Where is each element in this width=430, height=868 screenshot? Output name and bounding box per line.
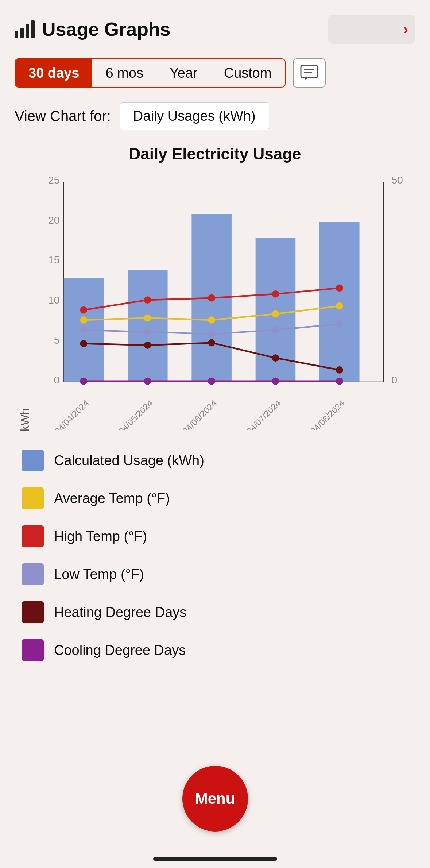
svg-rect-0 <box>301 65 318 78</box>
chart-area: 0 5 10 15 20 25 0 50 <box>32 174 415 431</box>
chart-section: Daily Electricity Usage kWh 0 5 10 15 20… <box>0 138 430 439</box>
svg-point-53 <box>336 378 343 385</box>
svg-point-36 <box>208 316 215 324</box>
svg-text:50: 50 <box>391 174 403 186</box>
svg-text:25: 25 <box>48 174 60 186</box>
svg-point-35 <box>144 315 151 322</box>
chart-type-selector[interactable]: Daily Usages (kWh) <box>120 102 269 130</box>
svg-point-40 <box>144 328 151 336</box>
legend: Calculated Usage (kWh) Average Temp (°F)… <box>0 439 430 688</box>
menu-container: Menu <box>0 751 430 839</box>
svg-point-32 <box>272 290 279 298</box>
home-indicator <box>153 857 277 861</box>
svg-point-30 <box>144 296 151 304</box>
period-selector: 30 days 6 mos Year Custom <box>15 58 286 88</box>
legend-label-calculated: Calculated Usage (kWh) <box>54 453 204 468</box>
legend-swatch-cooling-dd <box>22 639 44 661</box>
svg-point-43 <box>336 320 343 328</box>
svg-point-34 <box>80 316 88 324</box>
legend-label-high-temp: High Temp (°F) <box>54 529 147 544</box>
svg-text:0: 0 <box>54 374 60 386</box>
svg-text:5: 5 <box>54 334 60 346</box>
header: Usage Graphs › <box>0 0 430 51</box>
chevron-right-icon: › <box>403 21 408 38</box>
svg-point-45 <box>144 342 151 349</box>
view-chart-row: View Chart for: Daily Usages (kWh) <box>0 95 430 138</box>
legend-item-heating-dd: Heating Degree Days <box>22 601 408 623</box>
svg-text:04/07/2024: 04/07/2024 <box>244 398 282 430</box>
view-chart-label: View Chart for: <box>15 108 111 124</box>
svg-point-37 <box>272 310 279 318</box>
chart-title: Daily Electricity Usage <box>15 145 415 163</box>
svg-point-47 <box>272 354 279 362</box>
menu-button[interactable]: Menu <box>182 766 248 832</box>
legend-label-heating-dd: Heating Degree Days <box>54 605 186 620</box>
legend-item-high-temp: High Temp (°F) <box>22 525 408 547</box>
svg-point-52 <box>272 378 279 385</box>
chat-icon <box>299 63 319 83</box>
page-title: Usage Graphs <box>42 18 171 40</box>
legend-item-avg-temp: Average Temp (°F) <box>22 487 408 509</box>
svg-text:04/06/2024: 04/06/2024 <box>181 398 218 430</box>
svg-point-41 <box>208 330 215 337</box>
svg-point-50 <box>144 378 151 385</box>
svg-text:04/04/2024: 04/04/2024 <box>53 398 90 430</box>
legend-swatch-high-temp <box>22 525 44 547</box>
header-nav-button[interactable]: › <box>328 15 415 44</box>
legend-swatch-calculated <box>22 450 44 471</box>
chat-icon-button[interactable] <box>293 58 326 88</box>
svg-point-33 <box>336 284 343 292</box>
legend-swatch-heating-dd <box>22 601 44 623</box>
svg-text:10: 10 <box>48 294 60 306</box>
y-axis-label: kWh <box>15 174 32 431</box>
svg-text:0: 0 <box>391 374 397 386</box>
chart-svg: 0 5 10 15 20 25 0 50 <box>32 174 415 430</box>
svg-rect-20 <box>128 270 168 382</box>
svg-text:04/05/2024: 04/05/2024 <box>116 398 154 430</box>
svg-point-44 <box>80 340 88 347</box>
svg-text:04/08/2024: 04/08/2024 <box>308 398 346 430</box>
period-selector-row: 30 days 6 mos Year Custom <box>0 51 430 95</box>
svg-point-51 <box>208 378 215 385</box>
svg-point-42 <box>272 327 279 334</box>
legend-label-avg-temp: Average Temp (°F) <box>54 491 170 506</box>
period-custom[interactable]: Custom <box>211 59 285 87</box>
svg-point-38 <box>336 302 343 310</box>
legend-label-cooling-dd: Cooling Degree Days <box>54 643 186 658</box>
legend-item-calculated: Calculated Usage (kWh) <box>22 450 408 471</box>
svg-point-29 <box>80 306 88 314</box>
svg-point-31 <box>208 294 215 302</box>
svg-point-39 <box>80 327 88 334</box>
signal-bars-icon <box>15 20 35 38</box>
chart-wrapper: kWh 0 5 10 15 20 25 0 50 <box>15 174 415 431</box>
svg-text:15: 15 <box>48 254 60 266</box>
legend-item-cooling-dd: Cooling Degree Days <box>22 639 408 661</box>
legend-item-low-temp: Low Temp (°F) <box>22 563 408 585</box>
legend-swatch-avg-temp <box>22 487 44 509</box>
header-left: Usage Graphs <box>15 18 171 40</box>
legend-swatch-low-temp <box>22 563 44 585</box>
period-30days[interactable]: 30 days <box>15 59 92 87</box>
legend-label-low-temp: Low Temp (°F) <box>54 567 144 582</box>
svg-point-46 <box>208 339 215 347</box>
svg-rect-23 <box>319 222 360 382</box>
period-year[interactable]: Year <box>156 59 211 87</box>
svg-point-49 <box>80 378 88 385</box>
period-6mos[interactable]: 6 mos <box>92 59 156 87</box>
svg-text:20: 20 <box>48 214 60 226</box>
svg-point-48 <box>336 366 343 374</box>
